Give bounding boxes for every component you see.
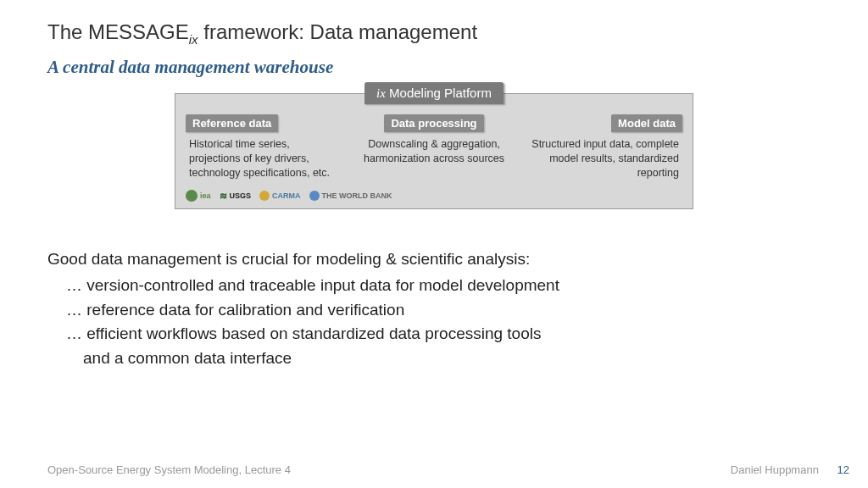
bullet-2: … reference data for calibration and ver… xyxy=(66,299,821,322)
platform-diagram: ix Modeling Platform Reference data Hist… xyxy=(175,93,693,210)
bullet-3a: … efficient workflows based on standardi… xyxy=(66,323,821,346)
platform-label: ix Modeling Platform xyxy=(364,82,504,104)
lead-sentence: Good data management is crucial for mode… xyxy=(47,248,821,271)
slide-footer: Open-Source Energy System Modeling, Lect… xyxy=(47,463,849,476)
logo-row: iea ≋USGS CARMA THE WORLD BANK xyxy=(186,190,682,202)
iea-logo: iea xyxy=(186,190,211,202)
usgs-logo: ≋USGS xyxy=(220,191,252,202)
col3-head: Model data xyxy=(611,114,682,132)
platform-ix: ix xyxy=(376,86,386,100)
page-number: 12 xyxy=(837,463,849,476)
col-data-processing: Data processing Downscaling & aggregatio… xyxy=(354,114,515,184)
platform-text: Modeling Platform xyxy=(386,86,492,100)
footer-right: Daniel Huppmann 12 xyxy=(731,463,849,476)
col1-head: Reference data xyxy=(186,114,278,132)
col-reference-data: Reference data Historical time series, p… xyxy=(186,114,346,184)
col1-body: Historical time series, projections of k… xyxy=(186,132,346,184)
col2-body: Downscaling & aggregation, harmonization… xyxy=(354,132,515,169)
body-text: Good data management is crucial for mode… xyxy=(47,248,821,369)
carma-logo: CARMA xyxy=(259,191,301,201)
title-subscript: ix xyxy=(189,32,198,47)
col3-body: Structured input data, complete model re… xyxy=(522,132,682,184)
worldbank-logo: THE WORLD BANK xyxy=(309,191,392,201)
col-model-data: Model data Structured input data, comple… xyxy=(522,114,682,184)
slide-subtitle: A central data management warehouse xyxy=(47,57,821,78)
col2-head: Data processing xyxy=(384,114,483,132)
bullet-1: … version-controlled and traceable input… xyxy=(66,274,821,297)
footer-author: Daniel Huppmann xyxy=(731,463,819,476)
bullet-3b: and a common data interface xyxy=(66,347,821,370)
title-post: framework: Data management xyxy=(198,20,477,43)
title-pre: The MESSAGE xyxy=(47,20,189,43)
footer-left: Open-Source Energy System Modeling, Lect… xyxy=(47,463,291,476)
slide-title: The MESSAGEix framework: Data management xyxy=(47,20,821,47)
